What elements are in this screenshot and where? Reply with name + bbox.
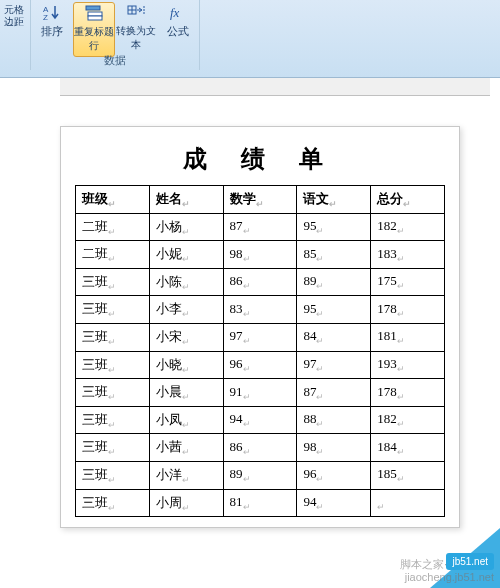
table-cell[interactable]: 三班↵	[76, 489, 150, 517]
table-cell[interactable]: 86↵	[223, 268, 297, 296]
table-cell[interactable]: 96↵	[223, 351, 297, 379]
svg-rect-2	[86, 6, 100, 10]
table-cell[interactable]: 小宋↵	[149, 323, 223, 351]
repeat-header-label: 重复标题行	[74, 25, 114, 53]
col-total: 总分↵	[371, 186, 445, 214]
document-page[interactable]: 成 绩 单 班级↵ 姓名↵ 数学↵ 语文↵ 总分↵ 二班↵小杨↵87↵95↵18…	[60, 126, 460, 528]
table-cell[interactable]: 89↵	[297, 268, 371, 296]
table-cell[interactable]: 小陈↵	[149, 268, 223, 296]
svg-text:fx: fx	[170, 5, 180, 20]
ribbon-group-label: 数据	[31, 53, 199, 70]
table-cell[interactable]: 96↵	[297, 461, 371, 489]
table-row[interactable]: 二班↵小妮↵98↵85↵183↵	[76, 241, 445, 269]
table-cell[interactable]: 193↵	[371, 351, 445, 379]
table-row[interactable]: 三班↵小晓↵96↵97↵193↵	[76, 351, 445, 379]
score-table[interactable]: 班级↵ 姓名↵ 数学↵ 语文↵ 总分↵ 二班↵小杨↵87↵95↵182↵二班↵小…	[75, 185, 445, 517]
table-cell[interactable]: 89↵	[223, 461, 297, 489]
table-cell[interactable]: 二班↵	[76, 213, 150, 241]
table-cell[interactable]: 三班↵	[76, 296, 150, 324]
table-cell[interactable]: 81↵	[223, 489, 297, 517]
table-cell[interactable]: 三班↵	[76, 351, 150, 379]
watermark-badge: jb51.net	[446, 553, 494, 570]
document-title: 成 绩 单	[75, 137, 445, 185]
table-cell[interactable]: 185↵	[371, 461, 445, 489]
table-cell[interactable]: 小周↵	[149, 489, 223, 517]
table-cell[interactable]: 97↵	[297, 351, 371, 379]
table-cell[interactable]: 三班↵	[76, 461, 150, 489]
table-cell[interactable]: 小晨↵	[149, 379, 223, 407]
repeat-header-rows-button[interactable]: 重复标题行	[73, 2, 115, 57]
table-cell[interactable]: 178↵	[371, 379, 445, 407]
table-cell[interactable]: 86↵	[223, 434, 297, 462]
table-cell[interactable]: 95↵	[297, 213, 371, 241]
table-row[interactable]: 三班↵小李↵83↵95↵178↵	[76, 296, 445, 324]
sort-button[interactable]: AZ 排序	[31, 2, 73, 57]
convert-to-text-button[interactable]: 转换为文本	[115, 2, 157, 57]
convert-to-text-icon	[126, 2, 146, 22]
table-cell[interactable]: 94↵	[297, 489, 371, 517]
table-cell[interactable]: 三班↵	[76, 379, 150, 407]
svg-rect-4	[88, 16, 102, 20]
col-chinese: 语文↵	[297, 186, 371, 214]
table-cell[interactable]: 84↵	[297, 323, 371, 351]
ribbon-group-data: AZ 排序 重复标题行 转换为文本 fx 公式	[30, 0, 200, 70]
ribbon-toolbar: 元格 边距 AZ 排序 重复标题行 转换为文本	[0, 0, 500, 78]
table-row[interactable]: 三班↵小洋↵89↵96↵185↵	[76, 461, 445, 489]
table-cell[interactable]: 87↵	[297, 379, 371, 407]
col-math: 数学↵	[223, 186, 297, 214]
table-cell[interactable]: 184↵	[371, 434, 445, 462]
table-cell[interactable]: 小李↵	[149, 296, 223, 324]
document-workspace: 成 绩 单 班级↵ 姓名↵ 数学↵ 语文↵ 总分↵ 二班↵小杨↵87↵95↵18…	[0, 78, 500, 588]
table-cell[interactable]: 三班↵	[76, 434, 150, 462]
formula-button[interactable]: fx 公式	[157, 2, 199, 57]
table-cell[interactable]: 91↵	[223, 379, 297, 407]
table-cell[interactable]: 183↵	[371, 241, 445, 269]
table-row[interactable]: 三班↵小茜↵86↵98↵184↵	[76, 434, 445, 462]
table-row[interactable]: 三班↵小周↵81↵94↵↵	[76, 489, 445, 517]
col-name: 姓名↵	[149, 186, 223, 214]
formula-icon: fx	[168, 2, 188, 22]
table-cell[interactable]: 85↵	[297, 241, 371, 269]
table-cell[interactable]: 178↵	[371, 296, 445, 324]
table-cell[interactable]: 二班↵	[76, 241, 150, 269]
table-cell[interactable]: 94↵	[223, 406, 297, 434]
svg-text:Z: Z	[43, 13, 48, 21]
table-row[interactable]: 三班↵小陈↵86↵89↵175↵	[76, 268, 445, 296]
table-cell[interactable]: 三班↵	[76, 268, 150, 296]
table-cell[interactable]: 小晓↵	[149, 351, 223, 379]
table-cell[interactable]: 小茜↵	[149, 434, 223, 462]
table-cell[interactable]: 98↵	[223, 241, 297, 269]
table-cell[interactable]: 88↵	[297, 406, 371, 434]
table-cell[interactable]: 小凤↵	[149, 406, 223, 434]
table-cell[interactable]: 小洋↵	[149, 461, 223, 489]
svg-rect-3	[88, 12, 102, 16]
table-cell[interactable]: 小妮↵	[149, 241, 223, 269]
table-header-row: 班级↵ 姓名↵ 数学↵ 语文↵ 总分↵	[76, 186, 445, 214]
table-cell[interactable]: 182↵	[371, 213, 445, 241]
table-cell[interactable]: 83↵	[223, 296, 297, 324]
col-class: 班级↵	[76, 186, 150, 214]
table-cell[interactable]: 三班↵	[76, 406, 150, 434]
table-cell[interactable]: 小杨↵	[149, 213, 223, 241]
table-row[interactable]: 三班↵小凤↵94↵88↵182↵	[76, 406, 445, 434]
table-cell[interactable]: 95↵	[297, 296, 371, 324]
table-cell[interactable]: 97↵	[223, 323, 297, 351]
table-row[interactable]: 二班↵小杨↵87↵95↵182↵	[76, 213, 445, 241]
ribbon-left-fragment: 元格 边距	[0, 4, 28, 28]
table-cell[interactable]: 87↵	[223, 213, 297, 241]
table-cell[interactable]: 175↵	[371, 268, 445, 296]
sort-label: 排序	[41, 24, 63, 39]
table-row[interactable]: 三班↵小晨↵91↵87↵178↵	[76, 379, 445, 407]
horizontal-ruler[interactable]	[60, 78, 490, 96]
to-text-label: 转换为文本	[115, 24, 157, 52]
table-row[interactable]: 三班↵小宋↵97↵84↵181↵	[76, 323, 445, 351]
formula-label: 公式	[167, 24, 189, 39]
sort-icon: AZ	[43, 2, 61, 22]
table-cell[interactable]: 182↵	[371, 406, 445, 434]
table-cell[interactable]: 98↵	[297, 434, 371, 462]
table-cell[interactable]: ↵	[371, 489, 445, 517]
repeat-header-icon	[84, 3, 104, 23]
table-cell[interactable]: 三班↵	[76, 323, 150, 351]
table-cell[interactable]: 181↵	[371, 323, 445, 351]
